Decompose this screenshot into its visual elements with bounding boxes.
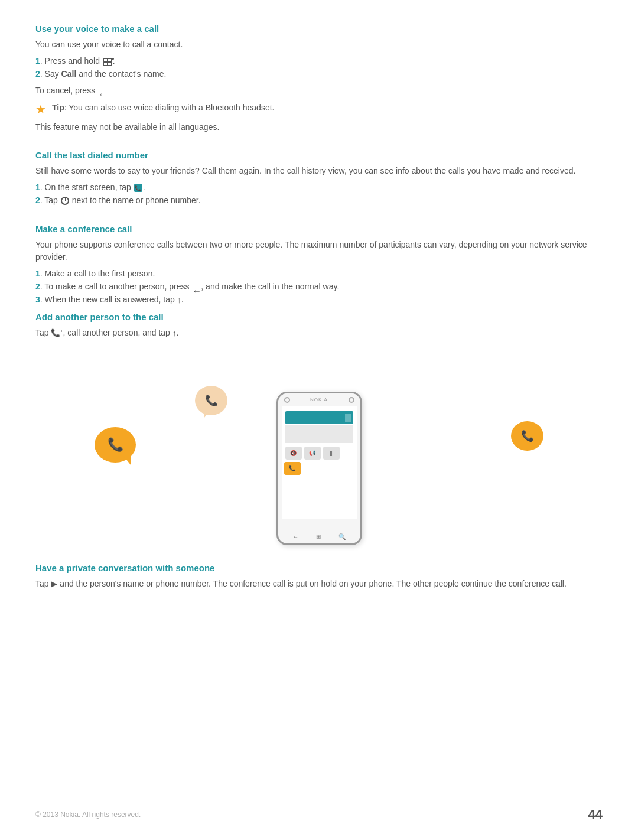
step-number-2: 2 <box>35 69 40 79</box>
last-dialed-intro: Still have some words to say to your fri… <box>35 165 603 177</box>
cancel-text: To cancel, press <box>35 84 603 97</box>
phone-screen: 🔇 📢 || 📞 <box>282 406 357 519</box>
back-icon <box>98 87 106 95</box>
step-2-text: . Say Call and the contact's name. <box>40 69 167 79</box>
call-controls: 🔇 📢 || <box>284 444 354 462</box>
voice-call-note: This feature may not be available in all… <box>35 121 603 134</box>
conf-step-2: 2. To make a call to another person, pre… <box>35 280 603 293</box>
grid-icon <box>103 58 112 66</box>
merge-icon: ↑ <box>177 294 181 307</box>
add-person-text: Tap 📞+, call another person, and tap ↑. <box>35 327 603 340</box>
footer-page-number: 44 <box>588 807 603 822</box>
page-footer: © 2013 Nokia. All rights reserved. 44 <box>35 807 603 822</box>
conf-step-1: 1. Make a call to the first person. <box>35 267 603 280</box>
bubble-tail-top <box>204 411 210 418</box>
step-1: 1. Press and hold . <box>35 54 603 67</box>
step-1-text: . Press and hold <box>40 56 102 66</box>
voice-call-section: Use your voice to make a call You can us… <box>35 24 603 134</box>
call-screen-content: 🔇 📢 || 📞 <box>282 406 357 510</box>
arrow-right-icon: ▶ <box>51 578 57 590</box>
add-person-subsection: Add another person to the call Tap 📞+, c… <box>35 312 603 340</box>
last-dialed-steps: 1. On the start screen, tap . 2. Tap nex… <box>35 181 603 207</box>
conf-step-number-1: 1 <box>35 269 40 278</box>
phone-illustration: 📞 📞 📞 NOKIA 🔇 📢 || 📞 ← <box>35 356 603 545</box>
bubble-tail-left <box>124 457 131 465</box>
last-dialed-title: Call the last dialed number <box>35 150 603 160</box>
last-dialed-section: Call the last dialed number Still have s… <box>35 150 603 207</box>
last-step-1-text: . On the start screen, tap <box>40 183 134 192</box>
conf-step-3: 3. When the new call is answered, tap ↑. <box>35 293 603 307</box>
voice-call-intro: You can use your voice to call a contact… <box>35 38 603 51</box>
last-step-number-1: 1 <box>35 183 40 192</box>
back-icon-2 <box>192 284 200 291</box>
phone-camera-dot <box>284 397 290 403</box>
merge-icon-2: ↑ <box>172 327 177 340</box>
conference-call-section: Make a conference call Your phone suppor… <box>35 224 603 340</box>
hold-btn: || <box>323 447 340 460</box>
bubble-top: 📞 <box>195 386 227 415</box>
phone-blue-icon <box>134 184 142 192</box>
tip-box: ★ Tip: You can also use voice dialing wi… <box>35 102 603 116</box>
phone-device: NOKIA 🔇 📢 || 📞 ← ⊞ 🔍 <box>276 392 362 545</box>
back-nav-icon: ← <box>292 533 298 540</box>
last-step-2: 2. Tap next to the name or phone number. <box>35 194 603 207</box>
phone-top-bar: NOKIA <box>278 393 360 406</box>
conf-step-1-text: . Make a call to the first person. <box>40 269 155 278</box>
search-nav-icon: 🔍 <box>338 533 346 540</box>
private-conv-text: Tap ▶ and the person's name or phone num… <box>35 578 603 591</box>
conf-step-number-3: 3 <box>35 295 40 304</box>
voice-call-steps: 1. Press and hold . 2. Say Call and the … <box>35 54 603 81</box>
star-icon: ★ <box>35 102 46 116</box>
step-number-1: 1 <box>35 56 40 66</box>
phone-bottom-bar: ← ⊞ 🔍 <box>278 530 360 543</box>
phone-brand-label: NOKIA <box>310 397 328 402</box>
add-call-btn: 📞 <box>284 462 301 475</box>
add-call-icon: 📞+ <box>51 327 63 339</box>
add-person-title: Add another person to the call <box>35 312 603 322</box>
last-step-1: 1. On the start screen, tap . <box>35 181 603 194</box>
conf-step-3-text: . When the new call is answered, tap <box>40 295 177 304</box>
speaker-btn: 📢 <box>304 447 321 460</box>
call-name-bar <box>285 411 353 424</box>
tip-label: Tip <box>52 103 64 112</box>
tip-text: Tip: You can also use voice dialing with… <box>52 102 274 114</box>
bubble-right: 📞 <box>511 421 543 451</box>
clock-icon <box>61 197 69 205</box>
conference-steps: 1. Make a call to the first person. 2. T… <box>35 267 603 307</box>
footer-copyright: © 2013 Nokia. All rights reserved. <box>35 810 141 819</box>
voice-call-title: Use your voice to make a call <box>35 24 603 34</box>
mute-btn: 🔇 <box>285 447 302 460</box>
step-2: 2. Say Call and the contact's name. <box>35 67 603 80</box>
conf-step-number-2: 2 <box>35 282 40 291</box>
private-conv-section: Have a private conversation with someone… <box>35 563 603 591</box>
private-conv-title: Have a private conversation with someone <box>35 563 603 573</box>
conference-call-title: Make a conference call <box>35 224 603 234</box>
last-step-number-2: 2 <box>35 196 40 205</box>
home-nav-icon: ⊞ <box>316 533 321 540</box>
conference-call-intro: Your phone supports conference calls bet… <box>35 239 603 263</box>
conf-step-2-text: . To make a call to another person, pres… <box>40 282 192 291</box>
last-step-2-text: . Tap <box>40 196 60 205</box>
phone-speaker <box>349 397 354 403</box>
